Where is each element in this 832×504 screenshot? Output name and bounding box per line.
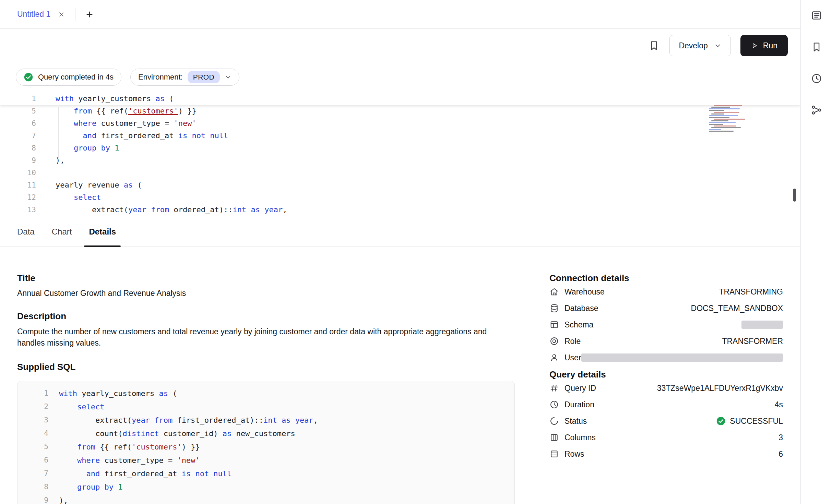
code-line: 9), (17, 494, 514, 504)
main-area: Untitled 1 Develop Run (0, 0, 800, 504)
scrollbar-thumb[interactable] (793, 189, 796, 202)
environment-label: Environment: (138, 73, 183, 82)
sticky-code-line: 1with yearly_customers as ( (0, 92, 800, 105)
run-label: Run (763, 41, 777, 50)
query-id-value: 33TZseWpe1ALFDUYerxR1gVKxbv (657, 384, 783, 393)
columns-icon (549, 433, 559, 442)
connection-label: Warehouse (564, 287, 605, 297)
check-circle-icon (24, 72, 33, 82)
database-value: DOCS_TEAM_SANDBOX (691, 304, 783, 313)
environment-selector[interactable]: Environment: PROD (130, 69, 239, 86)
code-line: 8 group by 1 (0, 142, 800, 154)
query-list-button[interactable] (811, 10, 822, 21)
code-line: 12 select (0, 191, 800, 204)
code-line: 3 extract(year from first_ordered_at)::i… (17, 413, 514, 427)
tab-details[interactable]: Details (89, 217, 116, 247)
tab-data[interactable]: Data (17, 217, 35, 247)
title-value: Annual Customer Growth and Revenue Analy… (17, 289, 515, 298)
tab-divider (75, 8, 75, 21)
query-detail-label: Columns (564, 433, 596, 442)
editor-lines: 5 from {{ ref('customers') }}6 where cus… (0, 105, 800, 216)
code-line: 2 select (17, 400, 514, 413)
tab-label: Untitled 1 (17, 10, 50, 19)
play-icon (751, 42, 758, 49)
user-icon (549, 353, 559, 362)
code-line: 1with yearly_customers as ( (0, 93, 800, 105)
sql-editor[interactable]: 1with yearly_customers as ( 5 from {{ re… (0, 92, 800, 217)
bookmark-button[interactable] (648, 40, 660, 51)
role-icon (549, 336, 559, 346)
new-tab-button[interactable] (85, 10, 94, 19)
connection-row-role: Role TRANSFORMER (549, 333, 783, 349)
details-left-column: Title Annual Customer Growth and Revenue… (17, 247, 515, 504)
close-tab-icon[interactable] (58, 11, 65, 18)
query-status-pill: Query completed in 4s (16, 69, 121, 86)
connection-row-user: User (549, 349, 783, 366)
run-button[interactable]: Run (740, 35, 788, 56)
rows-value: 6 (778, 449, 783, 459)
redacted-schema-value (741, 321, 783, 329)
supplied-sql-block: 1with yearly_customers as (2 select3 ext… (17, 381, 515, 504)
develop-label: Develop (679, 41, 708, 50)
plus-icon (85, 10, 94, 19)
develop-dropdown[interactable]: Develop (669, 35, 730, 56)
query-row-duration: Duration 4s (549, 396, 783, 413)
description-value: Compute the number of new customers and … (17, 326, 490, 349)
history-clock-icon (811, 73, 822, 84)
code-line: 1with yearly_customers as ( (17, 387, 514, 400)
code-line: 10 (0, 167, 800, 179)
indent-guide (58, 107, 59, 158)
connection-label: Role (564, 337, 581, 346)
hash-icon (549, 383, 559, 393)
results-tabbar: Data Chart Details (0, 217, 800, 247)
check-circle-icon (716, 416, 726, 426)
details-right-column: Connection details Warehouse TRANSFORMIN… (549, 247, 783, 462)
chevron-down-icon (714, 42, 722, 49)
warehouse-value: TRANSFORMING (719, 287, 783, 297)
right-rail (800, 0, 832, 504)
schema-icon (549, 320, 559, 329)
query-row-columns: Columns 3 (549, 429, 783, 446)
lineage-icon (811, 104, 822, 116)
connection-label: User (564, 353, 581, 362)
query-row-id: Query ID 33TZseWpe1ALFDUYerxR1gVKxbv (549, 380, 783, 396)
database-icon (549, 303, 559, 313)
query-status-text: Query completed in 4s (38, 73, 114, 82)
connection-details-heading: Connection details (549, 273, 783, 284)
tab-untitled-1[interactable]: Untitled 1 (0, 0, 75, 28)
status-bar: Query completed in 4s Environment: PROD (0, 69, 800, 86)
connection-label: Schema (564, 320, 593, 329)
query-row-status: Status SUCCESSFUL (549, 413, 783, 429)
bookmark-icon (811, 41, 822, 53)
status-value: SUCCESSFUL (716, 416, 783, 426)
code-line: 5 from {{ ref('customers') }} (17, 440, 514, 454)
lineage-button[interactable] (811, 104, 822, 116)
code-line: 8 group by 1 (17, 480, 514, 494)
supplied-sql-heading: Supplied SQL (17, 362, 515, 372)
code-line: 5 from {{ ref('customers') }} (0, 105, 800, 117)
bookmark-icon (648, 40, 660, 51)
status-icon (549, 416, 559, 426)
connection-row-warehouse: Warehouse TRANSFORMING (549, 284, 783, 300)
tab-bar: Untitled 1 (0, 0, 800, 29)
role-value: TRANSFORMER (722, 337, 783, 346)
details-panel: Title Annual Customer Growth and Revenue… (0, 247, 800, 504)
query-row-rows: Rows 6 (549, 446, 783, 462)
code-line: 7 and first_ordered_at is not null (0, 130, 800, 142)
history-button[interactable] (811, 73, 822, 84)
query-detail-label: Rows (564, 449, 584, 459)
rows-icon (549, 449, 559, 459)
code-line: 6 where customer_type = 'new' (17, 454, 514, 467)
description-heading: Description (17, 311, 515, 322)
code-line: 4 count(distinct customer_id) as new_cus… (17, 427, 514, 440)
tab-chart[interactable]: Chart (52, 217, 72, 247)
warehouse-icon (549, 287, 559, 297)
query-details-heading: Query details (549, 369, 783, 380)
app-root: Untitled 1 Develop Run (0, 0, 832, 504)
bookmarks-button[interactable] (811, 41, 822, 53)
query-detail-label: Status (564, 417, 587, 426)
code-line: 6 where customer_type = 'new' (0, 117, 800, 130)
query-list-icon (811, 10, 822, 21)
query-detail-label: Query ID (564, 384, 596, 393)
connection-row-database: Database DOCS_TEAM_SANDBOX (549, 300, 783, 316)
